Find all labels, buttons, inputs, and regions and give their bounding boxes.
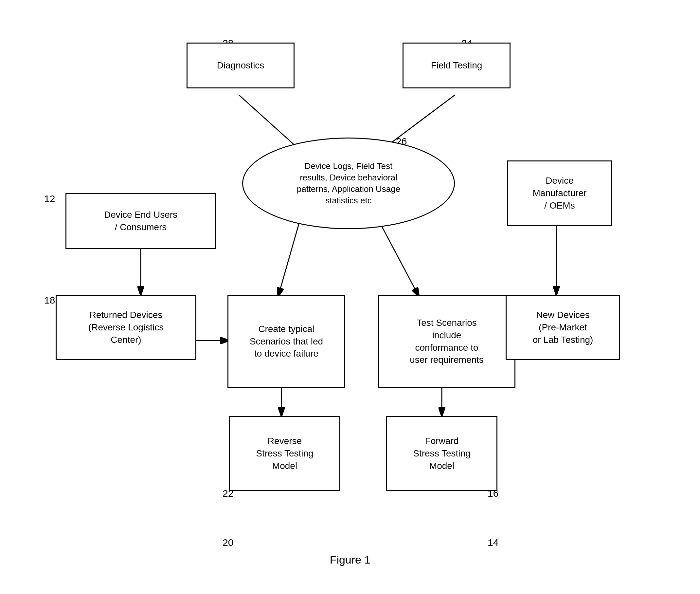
ref-12-left: 12 [44,193,55,204]
reverse-stress-box: Reverse Stress Testing Model [229,416,340,491]
forward-stress-box: Forward Stress Testing Model [386,416,497,491]
returned-devices-box: Returned Devices (Reverse Logistics Cent… [56,295,196,360]
field-testing-box: Field Testing [403,42,511,89]
svg-line-6 [376,216,419,296]
svg-line-5 [278,216,301,296]
device-logs-ellipse: Device Logs, Field Test results, Device … [242,137,455,229]
create-typical-box: Create typical Scenarios that led to dev… [228,295,345,388]
ref-20: 20 [222,537,233,548]
new-devices-box: New Devices (Pre-Market or Lab Testing) [505,295,620,360]
ref-14: 14 [488,537,498,548]
figure-label: Figure 1 [311,553,389,566]
diagram: 28 24 26 12 10 18 12 22 16 20 14 Diagnos… [0,0,700,594]
device-end-users-box: Device End Users / Consumers [65,193,216,249]
ref-18: 18 [44,295,55,306]
device-manufacturer-box: Device Manufacturer / OEMs [507,160,612,226]
diagnostics-box: Diagnostics [186,42,294,89]
test-scenarios-box: Test Scenarios include conformance to us… [378,295,516,388]
